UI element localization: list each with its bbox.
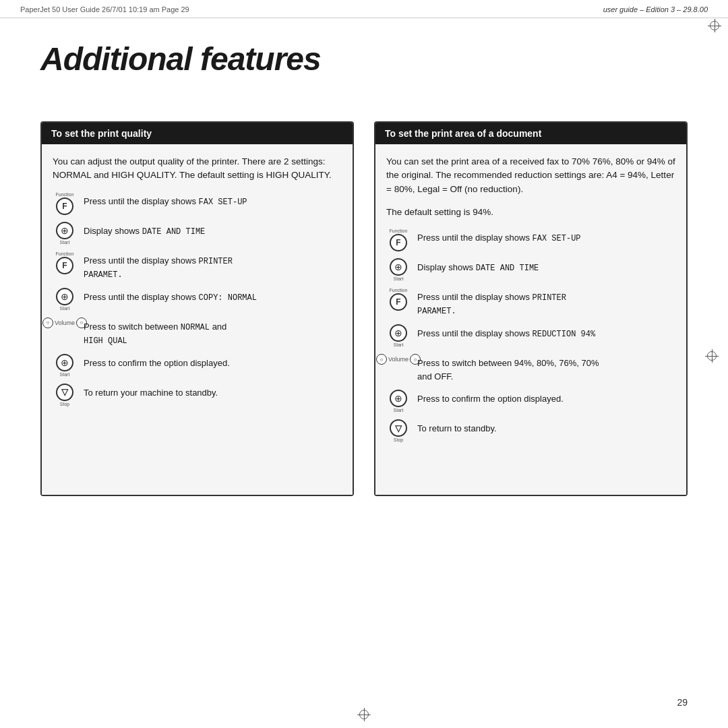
icon-col: ⊕ Start (386, 324, 411, 347)
box-print-quality-content: You can adjust the output quality of the… (42, 144, 353, 495)
icon-col: ○ Volume ○ (53, 317, 77, 328)
icon-col: Function F (386, 229, 411, 251)
step-text: Press to confirm the option displayed. (84, 354, 230, 370)
icon-col: ⊕ Start (53, 222, 77, 245)
box-print-quality-title: To set the print quality (42, 123, 353, 144)
page-header: PaperJet 50 User Guide 26/7/01 10:19 am … (0, 5, 728, 18)
nav-icon: ⊕ (390, 258, 407, 276)
icon-col: ⊕ Start (53, 354, 77, 377)
icon-col: ▽ Stop (386, 419, 411, 442)
step-text: Press until the display shows COPY: NORM… (84, 288, 257, 304)
step-text: Display shows DATE AND TIME (84, 222, 205, 238)
function-f-icon: F (390, 234, 407, 251)
icon-col: Function F (53, 251, 77, 274)
step-text: Press until the display shows FAX SET-UP (84, 192, 247, 208)
volume-icon: ○ Volume ○ (42, 317, 87, 328)
step-row: ⊕ Start Display shows DATE AND TIME (53, 222, 342, 245)
volume-icon: ○ Volume ○ (376, 354, 421, 365)
step-row: ⊕ Start Press to confirm the option disp… (386, 390, 675, 413)
stop-icon: ▽ (56, 384, 73, 401)
step-text: Press until the display shows REDUCTION … (417, 324, 595, 340)
icon-col: Function F (386, 288, 411, 311)
box-left-intro: You can adjust the output quality of the… (53, 155, 342, 183)
icon-col: ⊕ Start (53, 288, 77, 311)
icon-col: ▽ Stop (53, 384, 77, 406)
crosshair-bottom-center (357, 708, 371, 721)
step-row: Function F Press until the display shows… (386, 288, 675, 317)
step-row: ⊕ Start Press to confirm the option disp… (53, 354, 342, 377)
step-text: Press until the display shows FAX SET-UP (417, 229, 581, 245)
step-text: Press until the display shows PRINTER PA… (84, 251, 233, 281)
step-row: ▽ Stop To return your machine to standby… (53, 384, 342, 406)
nav-icon: ⊕ (56, 354, 73, 371)
icon-col: ○ Volume ○ (386, 354, 411, 365)
header-center-text: user guide – Edition 3 – 29.8.00 (603, 5, 708, 13)
crosshair-top-right (708, 19, 721, 32)
box-right-intro1: You can set the print area of a received… (386, 155, 675, 196)
step-row: ⊕ Start Press until the display shows CO… (53, 288, 342, 311)
nav-icon: ⊕ (390, 324, 407, 342)
box-print-area-content: You can set the print area of a received… (375, 144, 686, 495)
step-row: Function F Press until the display shows… (386, 229, 675, 251)
step-row: ⊕ Start Display shows DATE AND TIME (386, 258, 675, 281)
box-right-intro2: The default setting is 94%. (386, 206, 675, 219)
step-text: Press until the display shows PRINTER PA… (417, 288, 566, 317)
nav-icon: ⊕ (390, 390, 407, 407)
icon-col: ⊕ Start (386, 258, 411, 281)
step-text: Display shows DATE AND TIME (417, 258, 539, 274)
step-row: ○ Volume ○ Press to switch between 94%, … (386, 354, 675, 383)
icon-col: ⊕ Start (386, 390, 411, 413)
step-row: ⊕ Start Press until the display shows RE… (386, 324, 675, 347)
step-row: ▽ Stop To return to standby. (386, 419, 675, 442)
function-f-icon: F (56, 198, 73, 215)
nav-icon: ⊕ (56, 288, 73, 305)
icon-col: Function F (53, 192, 77, 215)
box-print-area: To set the print area of a document You … (374, 121, 688, 496)
page-number: 29 (677, 697, 688, 708)
header-left: PaperJet 50 User Guide 26/7/01 10:19 am … (20, 5, 189, 13)
page-title: Additional features (40, 40, 321, 78)
step-row: Function F Press until the display shows… (53, 192, 342, 215)
box-print-area-title: To set the print area of a document (375, 123, 686, 144)
step-text: Press to confirm the option displayed. (417, 390, 564, 406)
step-text: Press to switch between 94%, 80%, 76%, 7… (417, 354, 599, 383)
nav-icon: ⊕ (56, 222, 73, 239)
content-area: To set the print quality You can adjust … (40, 121, 688, 496)
function-f-icon: F (390, 293, 407, 311)
step-text: To return to standby. (417, 419, 497, 435)
stop-icon: ▽ (390, 419, 407, 437)
step-text: Press to switch between NORMAL and HIGH … (84, 317, 226, 347)
step-text: To return your machine to standby. (84, 384, 218, 400)
step-row: ○ Volume ○ Press to switch between NORMA… (53, 317, 342, 347)
box-print-quality: To set the print quality You can adjust … (40, 121, 354, 496)
crosshair-mid-right (705, 349, 719, 363)
function-f-icon: F (56, 257, 73, 274)
step-row: Function F Press until the display shows… (53, 251, 342, 281)
header-left-text: PaperJet 50 User Guide 26/7/01 10:19 am … (20, 5, 189, 13)
